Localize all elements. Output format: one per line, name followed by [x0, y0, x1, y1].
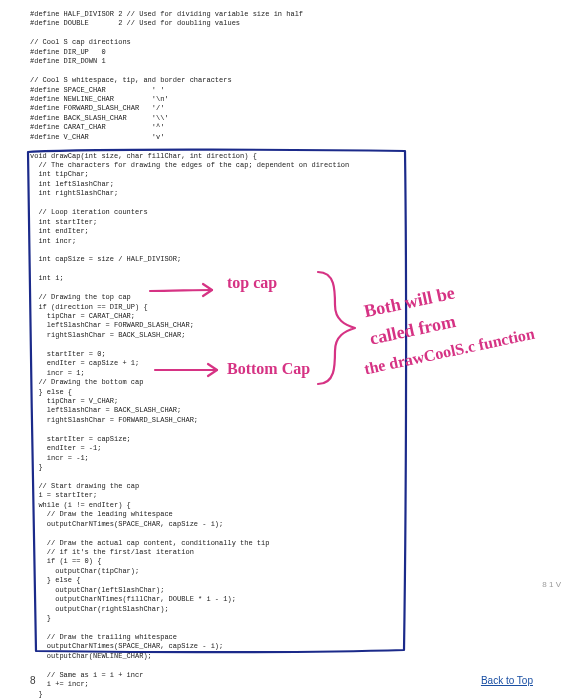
page-footer: 8 Back to Top — [30, 675, 533, 686]
back-to-top-link[interactable]: Back to Top — [481, 675, 533, 686]
code-block: #define HALF_DIVISOR 2 // Used for divid… — [30, 10, 549, 700]
right-edge-marks: 8 1 V — [542, 580, 561, 589]
document-page: #define HALF_DIVISOR 2 // Used for divid… — [0, 0, 563, 700]
page-number: 8 — [30, 675, 36, 686]
